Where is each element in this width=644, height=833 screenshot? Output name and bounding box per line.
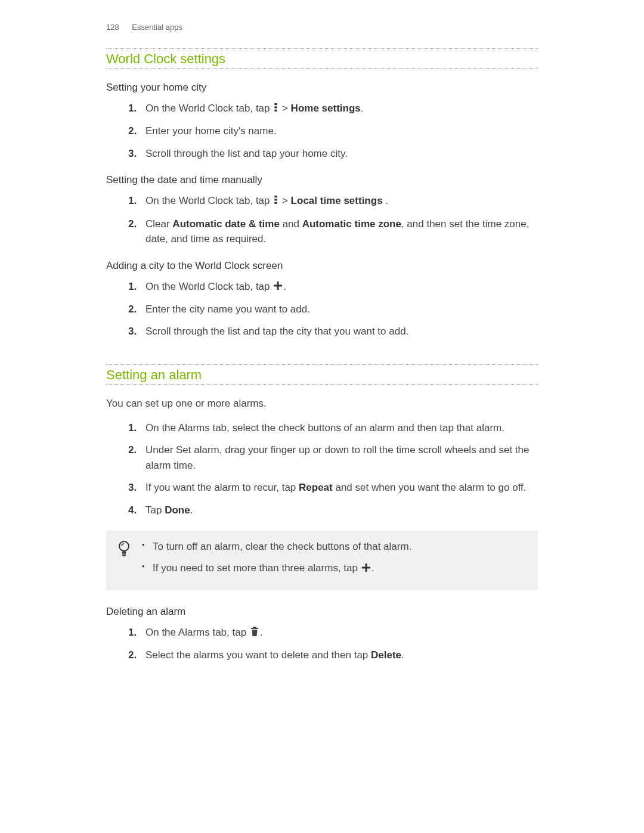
tip-content: To turn off an alarm, clear the check bu… [142,539,527,582]
section-title-alarm: Setting an alarm [106,364,538,385]
section-title-world-clock: World Clock settings [106,48,538,69]
svg-point-8 [119,541,129,551]
lightbulb-icon [117,540,137,559]
svg-rect-1 [275,106,277,108]
svg-rect-0 [275,103,277,105]
page-header: 128 Essential apps [106,23,538,32]
steps-home-city: On the World Clock tab, tap > Home setti… [140,101,538,161]
step-item: Scroll through the list and tap the city… [140,324,538,339]
step-item: Tap Done. [140,503,538,518]
subheading-home-city: Setting your home city [106,82,538,94]
steps-delete-alarm: On the Alarms tab, tap . Select the alar… [140,625,538,663]
svg-rect-11 [123,555,126,556]
plus-icon [274,279,282,295]
svg-rect-15 [251,628,258,629]
step-item: On the World Clock tab, tap > Home setti… [140,101,538,116]
svg-rect-10 [122,553,126,555]
svg-rect-3 [275,196,277,197]
steps-add-city: On the World Clock tab, tap . Enter the … [140,279,538,339]
subheading-date-time: Setting the date and time manually [106,174,538,186]
menu-icon [274,101,278,117]
step-item: If you want the alarm to recur, tap Repe… [140,480,538,496]
step-item: Enter your home city's name. [140,123,538,139]
svg-rect-2 [275,109,277,111]
menu-icon [274,194,278,209]
step-item: On the Alarms tab, tap . [140,625,538,640]
svg-rect-7 [274,285,282,287]
step-item: Under Set alarm, drag your finger up or … [140,442,538,473]
step-item: Select the alarms you want to delete and… [140,648,538,663]
intro-text: You can set up one or more alarms. [106,398,538,410]
steps-alarm: On the Alarms tab, select the check butt… [140,420,538,518]
step-item: Enter the city name you want to add. [140,302,538,317]
step-item: Scroll through the list and tap your hom… [140,146,538,162]
step-item: On the World Clock tab, tap . [140,279,538,295]
subheading-delete-alarm: Deleting an alarm [106,606,538,618]
step-item: Clear Automatic date & time and Automati… [140,216,538,247]
tip-item: If you need to set more than three alarm… [142,561,527,576]
svg-rect-13 [362,566,370,568]
svg-rect-5 [275,202,277,204]
step-item: On the World Clock tab, tap > Local time… [140,193,538,209]
chapter-name: Essential apps [132,23,182,32]
subheading-add-city: Adding a city to the World Clock screen [106,260,538,272]
plus-icon [362,561,370,577]
page-container: 128 Essential apps World Clock settings … [0,0,644,663]
tip-box: To turn off an alarm, clear the check bu… [106,531,538,590]
step-item: On the Alarms tab, select the check butt… [140,420,538,436]
page-number: 128 [106,23,119,32]
trash-icon [250,625,259,641]
steps-date-time: On the World Clock tab, tap > Local time… [140,193,538,246]
svg-rect-9 [122,552,126,553]
tip-item: To turn off an alarm, clear the check bu… [142,539,527,555]
svg-rect-4 [275,199,277,200]
svg-rect-14 [253,627,256,628]
